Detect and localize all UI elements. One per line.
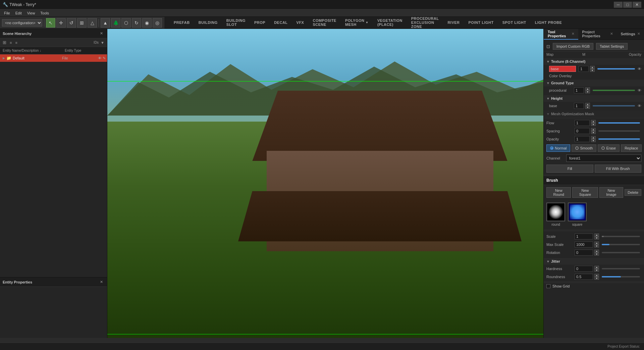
opacity-down[interactable]: ▼ [591,139,596,142]
texture-base-value[interactable] [579,66,589,72]
hardness-input[interactable] [575,266,593,272]
config-select[interactable]: <no configuration> [2,19,42,27]
scale-up[interactable]: ▲ [594,233,599,236]
filter-button[interactable]: ▼ [99,40,106,45]
brush-round-thumb[interactable] [546,203,565,221]
import-custom-rgb-button[interactable]: Import Custom RGB [553,43,593,50]
opacity-input[interactable] [575,136,590,142]
tab-project-properties[interactable]: Project Properties ✕ [578,29,617,40]
hardness-down[interactable]: ▼ [594,269,599,272]
ground-type-up[interactable]: ▲ [585,87,590,90]
jitter-header[interactable]: ▼ Jitter [544,258,644,265]
entity-row-default[interactable]: ▶ 📁 Default File 👁 ✎ [0,54,107,62]
flow-down[interactable]: ▼ [591,123,596,126]
topnav-polygon-mesh[interactable]: POLYGONMESH ▼ [341,17,373,29]
ground-type-spinner[interactable]: ▲ ▼ [585,87,590,93]
transform-button[interactable]: ⊞ [77,18,87,28]
brush-square-item[interactable]: square [568,203,587,226]
texture-base-down[interactable]: ▼ [590,69,595,72]
expand-button[interactable]: ≡ [14,40,18,45]
viewport[interactable] [107,29,543,338]
tab-settings[interactable]: Settings ✕ [617,29,644,40]
tab-tool-properties[interactable]: Tool Properties ✕ [544,29,578,40]
roundness-input[interactable] [575,274,593,280]
new-square-button[interactable]: New Square [572,187,598,198]
collapse-button[interactable]: ≡ [8,40,13,45]
spacing-input[interactable] [575,128,590,134]
ground-type-value[interactable] [574,87,584,93]
flow-input[interactable] [575,120,590,126]
circle-button[interactable]: ◎ [153,18,162,28]
flow-spinner[interactable]: ▲ ▼ [591,120,596,126]
new-round-button[interactable]: New Round [546,187,571,198]
max-scale-input[interactable] [575,242,593,248]
height-down[interactable]: ▼ [585,106,590,109]
fill-with-brush-button[interactable]: Fill With Brush [595,165,642,173]
delete-brush-button[interactable]: Delete [625,189,641,196]
scale-down[interactable]: ▼ [594,236,599,239]
hardness-spinner[interactable]: ▲ ▼ [594,266,599,272]
tab-project-properties-close[interactable]: ✕ [610,32,613,36]
fill-button[interactable]: Fill [546,165,593,173]
texture-base-input[interactable] [549,66,576,72]
menu-file[interactable]: File [1,10,13,16]
topnav-vegetation[interactable]: VEGETATION(PLACE) [373,17,407,29]
smooth-mode-button[interactable]: Smooth [572,144,596,152]
new-image-button[interactable]: New Image [599,187,624,198]
ground-type-header[interactable]: ▼ Ground Type [544,80,644,86]
flow-up[interactable]: ▲ [591,120,596,123]
texture-base-up[interactable]: ▲ [590,66,595,69]
tab-settings-close[interactable]: ✕ [637,32,640,36]
height-slider[interactable] [593,105,635,106]
rotation-spinner[interactable]: ▲ ▼ [594,250,599,256]
orbit-button[interactable]: ↻ [132,18,141,28]
spacing-up[interactable]: ▲ [591,128,596,131]
menu-tools[interactable]: Tools [38,10,52,16]
max-scale-down[interactable]: ▼ [594,245,599,248]
erase-button[interactable]: Erase [598,144,620,152]
close-button[interactable]: ✕ [633,2,641,8]
eye-icon[interactable]: 👁 [98,56,102,60]
maximize-button[interactable]: □ [623,2,632,8]
replace-button[interactable]: Replace [621,144,642,152]
ground-type-slider[interactable] [593,90,635,91]
titlebar-controls[interactable]: ─ □ ✕ [614,2,641,8]
scale-spinner[interactable]: ▲ ▼ [594,233,599,239]
brush-square-thumb[interactable] [568,203,587,221]
topnav-spot-light[interactable]: SPOT LIGHT [498,17,530,29]
paint-button[interactable]: ▲ [101,18,110,28]
topnav-vfx[interactable]: VFX [292,17,308,29]
normal-mode-button[interactable]: Normal [546,144,570,152]
topnav-building[interactable]: BUILDING [195,17,222,29]
rotation-up[interactable]: ▲ [594,250,599,253]
flow-slider[interactable] [598,122,640,124]
scene-hierarchy-close[interactable]: ✕ [99,31,104,36]
edit-icon[interactable]: ✎ [103,56,106,60]
max-scale-up[interactable]: ▲ [594,242,599,245]
stamp-button[interactable]: ◉ [142,18,152,28]
tab-tool-properties-close[interactable]: ✕ [572,32,574,36]
height-spinner[interactable]: ▲ ▼ [585,103,590,109]
opacity-slider[interactable] [598,138,640,140]
tree-button[interactable]: 🌲 [111,18,120,28]
opacity-spinner[interactable]: ▲ ▼ [591,136,596,142]
add-entity-button[interactable]: ⊞ [1,39,8,46]
rotation-down[interactable]: ▼ [594,253,599,256]
spacing-spinner[interactable]: ▲ ▼ [591,128,596,134]
height-group-header[interactable]: ▼ Height [544,95,644,102]
topnav-decal[interactable]: DECAL [270,17,291,29]
topnav-prefab[interactable]: PREFAB [170,17,194,29]
hardness-slider[interactable] [602,268,640,269]
spacing-down[interactable]: ▼ [591,131,596,134]
roundness-slider[interactable] [602,276,640,277]
rotation-slider[interactable] [602,252,640,253]
scale-slider[interactable] [602,236,640,237]
hardness-up[interactable]: ▲ [594,266,599,269]
mesh-opt-header[interactable]: ▼ Mesh Optimization Mask [544,111,644,117]
minimize-button[interactable]: ─ [614,2,623,8]
max-scale-slider[interactable] [602,244,640,245]
col-type-header[interactable]: Entity Type [63,49,90,52]
entity-properties-close[interactable]: ✕ [99,279,104,285]
channel-select[interactable]: forest1 [566,155,641,162]
topnav-light-probe[interactable]: LIGHT PROBE [531,17,566,29]
